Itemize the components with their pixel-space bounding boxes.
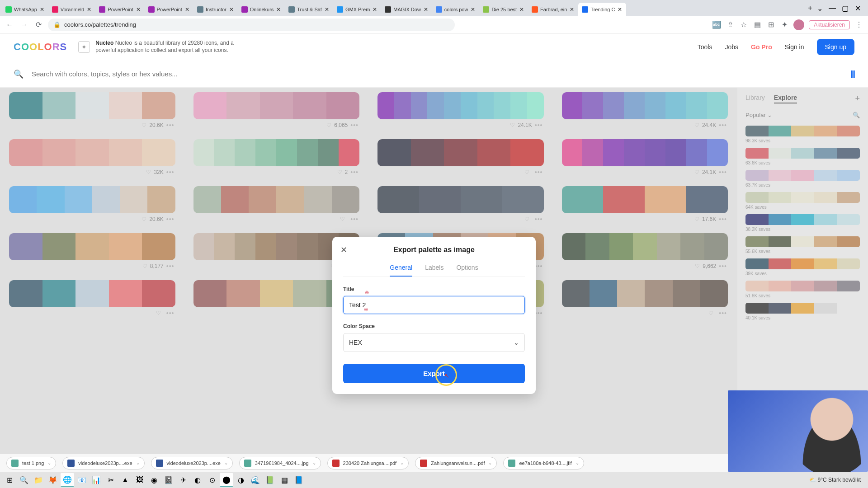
chevron-down-icon[interactable]: ⌄ [400,460,404,465]
tab-close-icon[interactable]: ✕ [86,7,92,12]
menu-icon[interactable]: ⋮ [854,20,863,29]
share-icon[interactable]: ⇪ [726,20,735,29]
search-icon[interactable]: 🔍 [14,69,24,79]
tab-general[interactable]: General [390,264,412,277]
tab-close-icon[interactable]: ✕ [372,7,377,12]
taskbar-firefox-icon[interactable]: 🦊 [46,473,60,487]
new-tab-button[interactable]: + [805,3,816,14]
forward-button[interactable]: → [19,20,29,30]
tab-close-icon[interactable]: ✕ [423,7,429,12]
tab-close-icon[interactable]: ✕ [617,7,623,12]
chevron-down-icon[interactable]: ⌄ [816,4,824,12]
nav-tools[interactable]: Tools [698,43,712,51]
taskbar-powerpoint-icon[interactable]: 📊 [90,473,103,487]
search-input[interactable] [32,70,842,78]
download-item[interactable]: videodeluxe2023p....exe⌄ [151,457,233,469]
browser-tab[interactable]: Voranmeld✕ [48,3,96,16]
tab-close-icon[interactable]: ✕ [324,7,330,12]
maximize-icon[interactable]: ▢ [841,4,849,12]
browser-tab[interactable]: Onlinekurs✕ [238,3,285,16]
back-button[interactable]: ← [5,20,14,30]
taskbar-onenote-icon[interactable]: 📓 [162,473,175,487]
download-item[interactable]: ee7a180a-b948-43....jfif⌄ [503,457,584,469]
bookmark-icon[interactable]: ☆ [739,20,748,29]
browser-tab[interactable]: PowerPoint✕ [145,3,193,16]
close-icon[interactable]: ✕ [854,4,862,12]
tab-favicon [582,6,588,13]
tab-close-icon[interactable]: ✕ [470,7,476,12]
tab-close-icon[interactable]: ✕ [184,7,190,12]
taskbar-folder-icon[interactable]: 📁 [32,473,45,487]
browser-tab[interactable]: Trending C✕ [578,3,626,16]
browser-tab[interactable]: Farbrad, ein✕ [528,3,578,16]
download-item[interactable]: 230420 Zahlungsa....pdf⌄ [327,457,409,469]
url-input[interactable]: 🔒 coolors.co/palettes/trending [48,19,455,31]
nav-jobs[interactable]: Jobs [725,43,738,51]
chevron-down-icon[interactable]: ⌄ [136,460,140,465]
nav-gopro[interactable]: Go Pro [751,43,772,51]
download-item[interactable]: test 1.png⌄ [6,457,56,469]
taskbar-app-icon[interactable]: ◑ [234,473,248,487]
download-item[interactable]: Zahlungsanweisun....pdf⌄ [415,457,497,469]
start-button[interactable]: ⊞ [3,473,16,487]
browser-tab[interactable]: Trust & Saf✕ [285,3,333,16]
tab-close-icon[interactable]: ✕ [276,7,281,12]
browser-tab[interactable]: GMX Prem✕ [333,3,381,16]
taskbar-app-icon[interactable]: ◉ [147,473,161,487]
colorspace-select[interactable]: HEX ⌄ [343,333,525,352]
tab-close-icon[interactable]: ✕ [136,7,141,12]
chevron-down-icon[interactable]: ⌄ [47,460,51,465]
puzzle-icon[interactable]: ✦ [780,20,789,29]
taskbar-app-icon[interactable]: ◐ [191,473,204,487]
download-item[interactable]: 3471961984_4024....jpg⌄ [239,457,321,469]
tab-close-icon[interactable]: ✕ [569,7,575,12]
taskbar-excel-icon[interactable]: 📗 [263,473,277,487]
extensions-icon[interactable]: ⊞ [766,20,775,29]
tab-close-icon[interactable]: ✕ [39,7,45,12]
coolors-logo[interactable]: COOLORS [14,41,67,53]
taskbar-vlc-icon[interactable]: ▲ [118,473,132,487]
title-input[interactable] [343,296,525,314]
chevron-down-icon[interactable]: ⌄ [224,460,228,465]
reload-button[interactable]: ⟳ [33,20,43,30]
palette-adjust-icon[interactable]: ||| [850,69,854,79]
export-button[interactable]: Export [343,364,525,383]
download-item[interactable]: videodeluxe2023p....exe⌄ [62,457,144,469]
profile-avatar[interactable] [793,19,804,30]
browser-tab[interactable]: Die 25 best✕ [479,3,528,16]
taskbar-snip-icon[interactable]: ✂ [104,473,118,487]
signup-button[interactable]: Sign up [817,39,854,55]
taskbar-telegram-icon[interactable]: ✈ [176,473,190,487]
tab-close-icon[interactable]: ✕ [229,7,234,12]
browser-tab[interactable]: PowerPoint✕ [95,3,144,16]
taskbar-search-icon[interactable]: 🔍 [17,473,31,487]
reader-icon[interactable]: ▤ [753,20,762,29]
browser-tab[interactable]: MAGIX Dow✕ [381,3,432,16]
tab-labels[interactable]: Labels [425,264,443,277]
taskbar-word-icon[interactable]: 📘 [292,473,306,487]
modal-close-icon[interactable]: ✕ [340,245,347,255]
browser-tab[interactable]: WhatsApp✕ [2,3,48,16]
taskbar-obs-icon[interactable]: ⬤ [220,473,233,487]
tab-options[interactable]: Options [456,264,478,277]
taskbar-app-icon[interactable]: ▦ [278,473,291,487]
minimize-icon[interactable]: — [828,4,836,12]
nucleo-promo[interactable]: ✦ Nucleo Nucleo is a beautiful library o… [78,40,249,54]
tab-label: PowerPoint [108,7,133,12]
chevron-down-icon[interactable]: ⌄ [488,460,492,465]
chevron-down-icon[interactable]: ⌄ [576,460,579,465]
translate-icon[interactable]: 🔤 [712,20,721,29]
tab-close-icon[interactable]: ✕ [519,7,524,12]
taskbar-outlook-icon[interactable]: 📧 [75,473,89,487]
taskbar-photos-icon[interactable]: 🖼 [133,473,146,487]
taskbar-app-icon[interactable]: ⊙ [205,473,219,487]
update-button[interactable]: Aktualisieren [809,20,850,29]
nav-signin[interactable]: Sign in [785,43,804,51]
nucleo-icon: ✦ [78,41,90,53]
taskbar-chrome-icon[interactable]: 🌐 [61,473,74,487]
weather-widget[interactable]: ⛅ 9°C Stark bewölkt [809,477,861,483]
taskbar-edge-icon[interactable]: 🌊 [249,473,262,487]
browser-tab[interactable]: colors pow✕ [432,3,480,16]
browser-tab[interactable]: Instructor✕ [193,3,238,16]
chevron-down-icon[interactable]: ⌄ [312,460,316,465]
